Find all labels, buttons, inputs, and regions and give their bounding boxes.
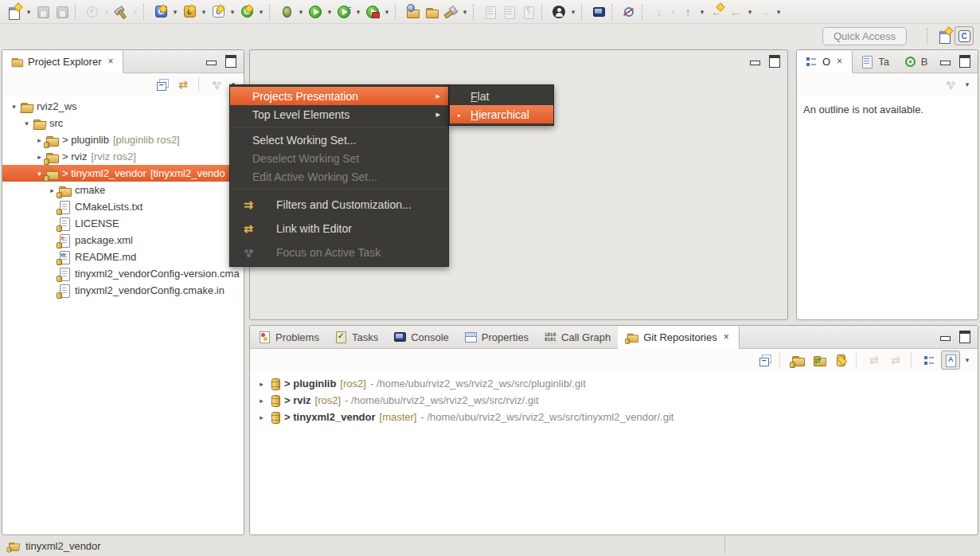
- block-selection-icon[interactable]: [481, 2, 500, 22]
- new-c-file-dropdown-icon[interactable]: [228, 2, 237, 22]
- git-repo-row[interactable]: > pluginlib [ros2] - /home/ubu/rviz2_ws/…: [250, 375, 978, 392]
- open-folder-icon[interactable]: [422, 2, 441, 22]
- external-tools-icon[interactable]: [363, 2, 382, 22]
- show-lines-icon[interactable]: [500, 2, 519, 22]
- tree-item[interactable]: tinyxml2_vendorConfig.cmake.in: [2, 282, 244, 299]
- tree-item[interactable]: rviz2_ws: [2, 98, 244, 115]
- menu-item-filters-and-customization[interactable]: Filters and Customization...: [230, 193, 448, 217]
- menu-item-projects-presentation[interactable]: Projects Presentation: [230, 87, 448, 105]
- maximize-icon[interactable]: [959, 55, 970, 68]
- brush-icon[interactable]: [441, 2, 460, 22]
- create-repository-icon[interactable]: [831, 350, 850, 370]
- menu-item-top-level-elements[interactable]: Top Level Elements: [230, 105, 448, 123]
- maximize-icon[interactable]: [225, 55, 236, 68]
- tree-item[interactable]: > pluginlib [pluginlib ros2]: [2, 131, 244, 148]
- debug-icon[interactable]: [277, 2, 296, 22]
- tree-item[interactable]: x package.xml: [2, 232, 244, 249]
- maximize-icon[interactable]: [959, 331, 970, 343]
- close-icon[interactable]: [721, 331, 732, 343]
- brush-dropdown-icon[interactable]: [460, 2, 470, 22]
- new-cpp-project-dropdown-icon[interactable]: [170, 2, 180, 22]
- cpp-perspective-icon[interactable]: C: [955, 26, 974, 45]
- run-icon[interactable]: [306, 2, 325, 22]
- maximize-icon[interactable]: [769, 55, 780, 68]
- run-history-icon[interactable]: [334, 2, 353, 22]
- push-icon[interactable]: [886, 350, 905, 370]
- last-edit-location-icon[interactable]: [707, 2, 726, 22]
- expand-arrow-icon[interactable]: [256, 413, 267, 421]
- previous-annotation-dropdown-icon[interactable]: [697, 2, 707, 22]
- tab-git-repositories[interactable]: Git Repositories: [618, 326, 739, 349]
- tab-outline[interactable]: O: [797, 50, 853, 73]
- tree-item-selected[interactable]: > tinyxml2_vendor [tinyxml2_vendo: [2, 165, 244, 182]
- close-icon[interactable]: [834, 56, 845, 67]
- git-repo-row[interactable]: > tinyxml2_vendor [master] - /home/ubu/r…: [250, 409, 978, 425]
- external-tools-dropdown-icon[interactable]: [382, 2, 392, 22]
- tree-item[interactable]: src: [2, 115, 244, 131]
- view-menu-icon[interactable]: [207, 75, 226, 94]
- new-green-wizard-icon[interactable]: G: [237, 2, 256, 22]
- run-dropdown-icon[interactable]: [325, 2, 334, 22]
- git-repo-row[interactable]: > rviz [ros2] - /home/ubu/rviz2_ws/rviz2…: [250, 392, 978, 409]
- tab-call-graph[interactable]: Call Graph: [536, 326, 618, 348]
- add-repository-icon[interactable]: [788, 350, 807, 370]
- debug-dropdown-icon[interactable]: [296, 2, 306, 22]
- expand-arrow-icon[interactable]: [256, 380, 267, 388]
- user-account-icon[interactable]: [549, 2, 568, 22]
- view-menu-icon[interactable]: [941, 75, 960, 94]
- build-hammer-icon[interactable]: [111, 2, 131, 22]
- new-wizard-icon[interactable]: [5, 2, 24, 22]
- menu-item-link-with-editor[interactable]: Link with Editor: [230, 217, 448, 241]
- tab-project-explorer[interactable]: Project Explorer: [2, 50, 123, 73]
- fetch-icon[interactable]: [865, 350, 884, 370]
- tree-item[interactable]: w README.md: [2, 249, 244, 265]
- tab-problems[interactable]: Problems: [250, 326, 326, 348]
- new-cpp-class-icon[interactable]: c: [180, 2, 199, 22]
- search-icon[interactable]: [619, 2, 638, 22]
- menu-item-select-working-set[interactable]: Select Working Set...: [230, 131, 448, 149]
- repository-name-toggle-icon[interactable]: [941, 350, 960, 370]
- link-with-editor-icon[interactable]: [174, 75, 193, 94]
- terminal-icon[interactable]: [589, 2, 608, 22]
- tree-item[interactable]: cmake: [2, 182, 244, 198]
- tree-item[interactable]: CMakeLists.txt: [2, 198, 244, 215]
- quick-access-button[interactable]: Quick Access: [822, 27, 907, 45]
- new-cpp-project-icon[interactable]: C: [151, 2, 170, 22]
- user-account-dropdown-icon[interactable]: [568, 2, 578, 22]
- tree-item[interactable]: tinyxml2_vendorConfig-version.cma: [2, 265, 244, 282]
- minimize-icon[interactable]: [940, 58, 951, 65]
- open-perspective-icon[interactable]: [935, 26, 955, 45]
- new-cpp-class-dropdown-icon[interactable]: [199, 2, 209, 22]
- save-icon[interactable]: [33, 2, 53, 22]
- back-icon[interactable]: [726, 2, 745, 22]
- tab-console[interactable]: Console: [385, 326, 456, 348]
- minimize-icon[interactable]: [750, 58, 760, 65]
- back-dropdown-icon[interactable]: [745, 2, 755, 22]
- clock-icon[interactable]: [83, 2, 102, 22]
- new-c-file-icon[interactable]: c: [209, 2, 228, 22]
- import-projects-icon[interactable]: [403, 2, 422, 22]
- new-wizard-dropdown-icon[interactable]: [24, 2, 33, 22]
- tab-properties[interactable]: Properties: [456, 326, 536, 348]
- previous-annotation-icon[interactable]: [678, 2, 697, 22]
- new-green-wizard-dropdown-icon[interactable]: [256, 2, 266, 22]
- next-annotation-icon[interactable]: [650, 2, 669, 22]
- collapse-all-icon[interactable]: [152, 75, 171, 94]
- save-all-icon[interactable]: [53, 2, 72, 22]
- tree-item[interactable]: > rviz [rviz ros2]: [2, 148, 244, 165]
- tree-item[interactable]: LICENSE: [2, 215, 244, 232]
- view-menu-dropdown-icon[interactable]: [962, 350, 972, 370]
- build-dropdown-icon[interactable]: [131, 2, 140, 22]
- expand-arrow-icon[interactable]: [21, 119, 32, 127]
- expand-arrow-icon[interactable]: [9, 103, 19, 111]
- clone-repository-icon[interactable]: [810, 350, 829, 370]
- close-icon[interactable]: [105, 56, 115, 67]
- next-annotation-dropdown-icon[interactable]: [669, 2, 678, 22]
- expand-arrow-icon[interactable]: [256, 397, 267, 405]
- minimize-icon[interactable]: [206, 58, 217, 65]
- branch-hierarchy-icon[interactable]: [919, 350, 939, 370]
- show-whitespace-icon[interactable]: [519, 2, 538, 22]
- tab-breakpoints[interactable]: B: [896, 50, 935, 72]
- forward-icon[interactable]: [755, 2, 774, 22]
- tab-tasks[interactable]: Tasks: [326, 326, 385, 348]
